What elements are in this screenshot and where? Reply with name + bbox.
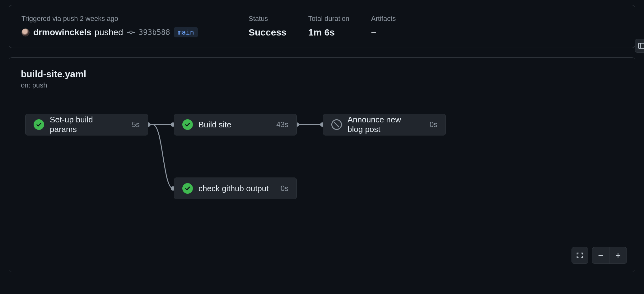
status-success-icon (182, 119, 193, 130)
job-name: check github output (198, 184, 269, 193)
job-duration: 43s (276, 120, 288, 129)
trigger-info: Triggered via push 2 weeks ago drmowinck… (21, 15, 227, 38)
zoom-in-button[interactable]: + (609, 247, 627, 263)
graph-area[interactable]: Set-up build params 5s Build site 43s An… (9, 58, 635, 272)
commit-icon (127, 28, 135, 36)
job-name: Announce new blog post (348, 115, 418, 134)
zoom-out-button[interactable]: − (592, 247, 609, 263)
status-skipped-icon (331, 119, 342, 130)
zoom-group: − + (592, 247, 627, 264)
status-success-icon (182, 183, 193, 194)
trigger-line: drmowinckels pushed 393b588 main (21, 27, 227, 37)
svg-point-1 (129, 31, 132, 34)
artifacts-value: – (371, 27, 396, 38)
workflow-graph-panel: build-site.yaml on: push Set-up build pa… (9, 57, 635, 272)
trigger-label: Triggered via push 2 weeks ago (21, 15, 227, 23)
push-verb: pushed (95, 27, 123, 37)
job-duration: 5s (132, 120, 140, 129)
duration-value[interactable]: 1m 6s (308, 27, 349, 38)
side-panel-toggle[interactable] (635, 39, 644, 53)
svg-rect-3 (638, 43, 644, 49)
status-value: Success (249, 27, 287, 38)
run-summary-panel: Triggered via push 2 weeks ago drmowinck… (9, 5, 635, 48)
duration-label: Total duration (308, 15, 349, 23)
job-duration: 0s (281, 184, 288, 193)
job-name: Build site (198, 120, 231, 130)
fit-screen-button[interactable] (572, 247, 588, 264)
branch-chip[interactable]: main (174, 27, 198, 37)
artifacts-label: Artifacts (371, 15, 396, 23)
job-name: Set-up build params (50, 115, 121, 134)
commit-sha[interactable]: 393b588 (139, 28, 170, 37)
status-label: Status (249, 15, 287, 23)
status-success-icon (34, 119, 44, 130)
job-check-github-output[interactable]: check github output 0s (174, 178, 297, 199)
job-duration: 0s (430, 120, 437, 129)
actor-name[interactable]: drmowinckels (33, 27, 91, 37)
actor-avatar[interactable] (21, 28, 30, 36)
status-col: Status Success (249, 15, 287, 38)
job-build-site[interactable]: Build site 43s (174, 114, 297, 135)
duration-col: Total duration 1m 6s (308, 15, 349, 38)
job-announce-blog-post[interactable]: Announce new blog post 0s (323, 114, 446, 135)
artifacts-col: Artifacts – (371, 15, 396, 38)
job-setup-build-params[interactable]: Set-up build params 5s (25, 114, 148, 135)
zoom-controls: − + (572, 247, 627, 264)
